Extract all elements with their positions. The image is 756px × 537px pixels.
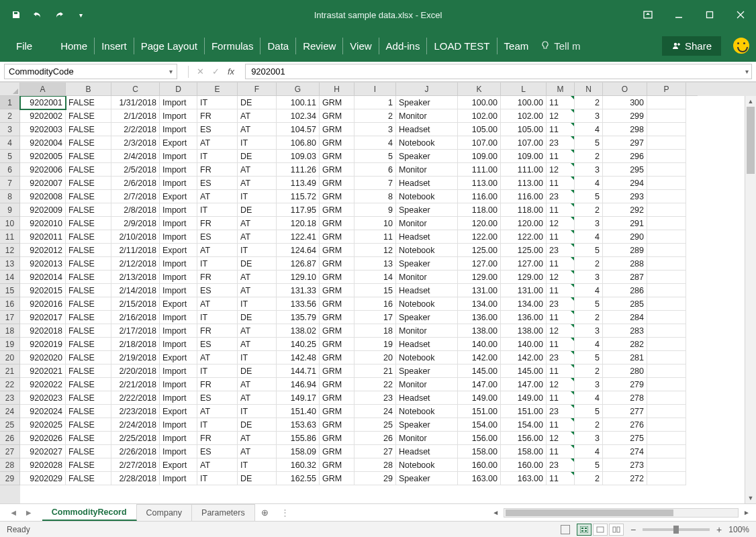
- cell[interactable]: 2/6/2018: [111, 177, 160, 190]
- cell[interactable]: Speaker: [396, 257, 458, 271]
- save-button[interactable]: [8, 7, 24, 23]
- cell[interactable]: GRM: [320, 96, 355, 109]
- cell[interactable]: 4: [575, 123, 603, 136]
- cell[interactable]: 23: [547, 136, 575, 150]
- cell[interactable]: 2/21/2018: [111, 378, 160, 391]
- cell[interactable]: FALSE: [66, 136, 111, 150]
- cell[interactable]: 9202027: [20, 445, 66, 458]
- tell-me-search[interactable]: Tell m: [540, 40, 580, 52]
- feedback-smiley-icon[interactable]: [733, 38, 749, 54]
- cell[interactable]: 3: [575, 217, 603, 230]
- cell[interactable]: 11: [547, 364, 575, 378]
- row-header[interactable]: 21: [0, 364, 20, 378]
- close-button[interactable]: [725, 0, 756, 30]
- cell[interactable]: Import: [160, 96, 197, 109]
- cell[interactable]: 4: [575, 177, 603, 190]
- cell[interactable]: 286: [603, 284, 647, 297]
- cell[interactable]: FALSE: [66, 324, 111, 338]
- cell[interactable]: 291: [603, 217, 647, 230]
- cell[interactable]: 23: [547, 405, 575, 418]
- row-header[interactable]: 2: [0, 109, 20, 123]
- cell[interactable]: 11: [547, 257, 575, 271]
- cell[interactable]: 160.32: [277, 458, 320, 472]
- cell[interactable]: 106.80: [277, 136, 320, 150]
- row-header[interactable]: 4: [0, 136, 20, 150]
- cell[interactable]: FALSE: [66, 230, 111, 244]
- cell[interactable]: 8: [355, 190, 396, 203]
- cell[interactable]: ES: [197, 177, 238, 190]
- cell[interactable]: 129.10: [277, 271, 320, 284]
- cell[interactable]: FALSE: [66, 418, 111, 432]
- cell[interactable]: [647, 418, 686, 432]
- cell[interactable]: Export: [160, 405, 197, 418]
- cell[interactable]: 109.00: [501, 150, 547, 163]
- cell[interactable]: 11: [547, 96, 575, 109]
- cell[interactable]: 5: [575, 190, 603, 203]
- cell[interactable]: 156.00: [458, 432, 501, 445]
- cell[interactable]: 138.02: [277, 324, 320, 338]
- page-layout-view-button[interactable]: [593, 524, 608, 536]
- cell[interactable]: 4: [575, 284, 603, 297]
- cell[interactable]: Speaker: [396, 96, 458, 109]
- enter-icon[interactable]: ✓: [212, 66, 220, 77]
- file-tab[interactable]: File: [7, 36, 42, 56]
- cell[interactable]: AT: [197, 190, 238, 203]
- sheet-tab-company[interactable]: Company: [137, 504, 193, 521]
- cancel-icon[interactable]: ✕: [197, 66, 204, 77]
- cell[interactable]: 113.49: [277, 177, 320, 190]
- cell[interactable]: 4: [575, 391, 603, 405]
- cell[interactable]: 2/25/2018: [111, 432, 160, 445]
- cell[interactable]: 300: [603, 96, 647, 109]
- cell[interactable]: IT: [197, 203, 238, 217]
- cell[interactable]: 116.00: [501, 190, 547, 203]
- cell[interactable]: Monitor: [396, 109, 458, 123]
- cell[interactable]: Monitor: [396, 271, 458, 284]
- name-box[interactable]: CommodityCode ▾: [4, 64, 177, 79]
- cell[interactable]: 100.00: [501, 96, 547, 109]
- cell[interactable]: 2/3/2018: [111, 136, 160, 150]
- cell[interactable]: 18: [355, 324, 396, 338]
- cell[interactable]: 107.00: [458, 136, 501, 150]
- cell[interactable]: Import: [160, 123, 197, 136]
- cell[interactable]: 2: [575, 418, 603, 432]
- cell[interactable]: 23: [547, 244, 575, 257]
- cell[interactable]: IT: [238, 405, 277, 418]
- cell[interactable]: 293: [603, 190, 647, 203]
- cell[interactable]: AT: [197, 244, 238, 257]
- cell[interactable]: 102.34: [277, 109, 320, 123]
- cell[interactable]: [647, 109, 686, 123]
- cell[interactable]: Import: [160, 324, 197, 338]
- cell[interactable]: 12: [547, 217, 575, 230]
- cell[interactable]: 9202017: [20, 311, 66, 324]
- cell[interactable]: [647, 405, 686, 418]
- cell[interactable]: 122.00: [501, 230, 547, 244]
- qat-customize-button[interactable]: ▾: [73, 7, 89, 23]
- cell[interactable]: Import: [160, 378, 197, 391]
- cell[interactable]: 20: [355, 351, 396, 364]
- cell[interactable]: FALSE: [66, 297, 111, 311]
- cell[interactable]: 2/5/2018: [111, 163, 160, 177]
- cell[interactable]: 295: [603, 163, 647, 177]
- cell[interactable]: 25: [355, 418, 396, 432]
- cell[interactable]: Headset: [396, 177, 458, 190]
- cell[interactable]: 162.55: [277, 472, 320, 485]
- cell[interactable]: IT: [197, 472, 238, 485]
- row-header[interactable]: 23: [0, 391, 20, 405]
- horizontal-scrollbar-thumb[interactable]: [506, 509, 673, 516]
- cell[interactable]: 2/18/2018: [111, 338, 160, 351]
- cell[interactable]: 287: [603, 271, 647, 284]
- cell[interactable]: 2: [575, 257, 603, 271]
- cell[interactable]: 11: [547, 230, 575, 244]
- cell[interactable]: 1/31/2018: [111, 96, 160, 109]
- cell[interactable]: 111.00: [458, 163, 501, 177]
- cell[interactable]: Headset: [396, 391, 458, 405]
- cell[interactable]: GRM: [320, 418, 355, 432]
- cell[interactable]: Export: [160, 190, 197, 203]
- cell[interactable]: 9202021: [20, 364, 66, 378]
- cell[interactable]: 9202018: [20, 324, 66, 338]
- cell[interactable]: 158.00: [458, 445, 501, 458]
- row-header[interactable]: 29: [0, 472, 20, 485]
- cell[interactable]: 9202029: [20, 472, 66, 485]
- cell[interactable]: 292: [603, 203, 647, 217]
- cell[interactable]: FR: [197, 378, 238, 391]
